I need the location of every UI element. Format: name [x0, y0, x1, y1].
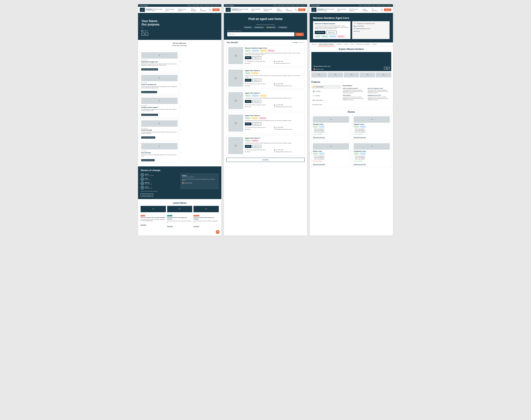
- about-link-3[interactable]: About us: [359, 5, 363, 6]
- care-chip-2[interactable]: Palliative care: [266, 26, 276, 29]
- service-btn-1[interactable]: Explore foster & kinship care: [141, 91, 157, 93]
- room-cost-link-3[interactable]: What are the room costs?: [354, 164, 366, 165]
- gallery-thumb-4[interactable]: 🖼: [376, 72, 391, 77]
- features-sidebar-activities[interactable]: ✓ Activities: [311, 94, 341, 98]
- search-icon-2[interactable]: 🔍: [295, 9, 297, 11]
- nav-retirement-1[interactable]: Retirement & aged care ▾: [152, 9, 164, 11]
- nav-churches-3[interactable]: Our churches ▾: [372, 9, 379, 11]
- care-chip-0[interactable]: Aged care: [243, 26, 252, 29]
- features-sidebar-facilities[interactable]: 🏢 Facilities: [311, 89, 341, 93]
- read-more-0[interactable]: Read article: [141, 224, 146, 225]
- search-icon-1[interactable]: 🔍: [209, 9, 211, 11]
- dot-4[interactable]: [147, 30, 148, 31]
- careers-link-3[interactable]: Careers: [372, 5, 375, 6]
- watch-video-btn-detail[interactable]: ▶ Watch this video: [313, 68, 324, 70]
- hero-arrow-prev[interactable]: ‹: [141, 33, 144, 36]
- detail-nav-residents[interactable]: Hear from our residents: [356, 43, 370, 46]
- explore-btn-0[interactable]: Explore: [245, 56, 251, 59]
- news-link-3[interactable]: News & Media: [364, 5, 371, 6]
- care-chip-3[interactable]: Respite care: [278, 26, 288, 29]
- search-icon-3[interactable]: 🔍: [380, 9, 383, 11]
- careers-link[interactable]: Careers: [200, 5, 204, 6]
- dot-2[interactable]: [143, 30, 144, 31]
- room-cost-link-0[interactable]: What are the room costs?: [313, 137, 325, 138]
- explore-btn-2[interactable]: Explore: [245, 100, 251, 103]
- hero-arrow-next[interactable]: ›: [145, 33, 148, 36]
- load-more-button[interactable]: Load More: [226, 158, 305, 162]
- service-btn-2[interactable]: Explore family & youth services: [141, 114, 158, 116]
- detail-nav-rooms[interactable]: Rooms: [344, 43, 349, 46]
- dot-3[interactable]: [145, 30, 146, 31]
- service-btn-4[interactable]: Explore church services: [141, 159, 155, 161]
- nav-retirement-2[interactable]: Retirement & aged care ▾: [237, 9, 250, 11]
- explore-btn-3[interactable]: Explore: [245, 122, 251, 125]
- service-btn-3[interactable]: Explore housing services: [141, 136, 155, 139]
- read-more-2[interactable]: Read article: [193, 225, 199, 227]
- story-item-0[interactable]: S Susan Aged care resident: [141, 173, 179, 177]
- donate-button-2[interactable]: Donate: [298, 9, 305, 11]
- more-stories-btn[interactable]: Watch more stories: [141, 194, 153, 196]
- donate-link-top-3[interactable]: Donate: [382, 5, 385, 6]
- nav-social-1[interactable]: Social housing ▾: [191, 9, 199, 11]
- nav-family-1[interactable]: Family & youth support ▾: [178, 9, 189, 11]
- detail-nav-explore[interactable]: Explore Marana Gardens: [318, 43, 334, 46]
- nav-retirement-3[interactable]: Retirement & aged care ▾: [323, 9, 336, 11]
- search-input[interactable]: 🔍 4075: [227, 32, 294, 36]
- nav-foster-3[interactable]: Foster & kinship care ▾: [337, 9, 348, 11]
- story-item-1[interactable]: P Priya Foster carer: [141, 178, 179, 181]
- nav-churches-1[interactable]: Our churches ▾: [200, 9, 207, 11]
- features-sidebar-dining[interactable]: 🍽 Dining options: [311, 98, 341, 102]
- chat-button[interactable]: 💬: [216, 230, 220, 234]
- gallery-thumb-3[interactable]: 🖼: [359, 72, 375, 77]
- dot-1[interactable]: [141, 30, 142, 31]
- nav-foster-1[interactable]: Foster & kinship care ▾: [165, 9, 176, 11]
- features-sidebar-types[interactable]: ♥ Types of care: [311, 103, 341, 107]
- donate-button-3[interactable]: Donate: [384, 9, 391, 11]
- story-item-2[interactable]: M Michael Social housing: [141, 182, 179, 185]
- tour-btn-4[interactable]: Book a tour: [252, 145, 261, 148]
- nav-foster-2[interactable]: Foster & kinship care ▾: [251, 9, 262, 11]
- detail-nav-costs[interactable]: Costs: [350, 43, 354, 46]
- volunteer-link[interactable]: Volunteer: [205, 5, 209, 6]
- donate-link-top-2[interactable]: Donate: [296, 5, 299, 6]
- book-tour-button[interactable]: Book a tour: [326, 31, 337, 34]
- care-chip-1[interactable]: Dementia care: [254, 26, 265, 29]
- explore-btn-1[interactable]: Explore: [245, 79, 251, 82]
- contact-link-3[interactable]: Contact Us: [386, 5, 391, 6]
- map-view-btn[interactable]: 🗺 Map View: [298, 42, 305, 43]
- about-link-2[interactable]: About us: [273, 5, 277, 6]
- list-view-btn[interactable]: ≡ List View: [292, 42, 298, 43]
- video-next-btn[interactable]: ›: [387, 67, 390, 69]
- watch-video-btn-1[interactable]: ▶ Watch this video: [182, 182, 217, 184]
- donate-link-top[interactable]: Donate: [210, 5, 214, 6]
- tour-btn-1[interactable]: Book a tour: [252, 79, 261, 82]
- gallery-thumb-1[interactable]: 🖼: [328, 72, 343, 77]
- features-sidebar-key-features[interactable]: 🔑 Key Features: [311, 85, 341, 89]
- service-btn-0[interactable]: Explore retirement & aged care: [141, 68, 158, 71]
- nav-churches-2[interactable]: Our churches ▾: [286, 9, 293, 11]
- tour-btn-2[interactable]: Book a tour: [252, 100, 261, 103]
- detail-nav-features[interactable]: Features: [336, 43, 342, 46]
- enquire-button[interactable]: Enquire Now: [315, 31, 325, 34]
- explore-btn-4[interactable]: Explore: [245, 145, 251, 148]
- video-prev-btn[interactable]: ‹: [384, 67, 387, 69]
- tour-btn-3[interactable]: Book a tour: [252, 122, 261, 125]
- contact-link-2[interactable]: Contact Us: [300, 5, 305, 6]
- search-button[interactable]: Search: [295, 33, 304, 36]
- gallery-thumb-0[interactable]: 🖼: [311, 72, 327, 77]
- careers-link-2[interactable]: Careers: [286, 5, 290, 6]
- gallery-thumb-2[interactable]: 🖼: [344, 72, 359, 77]
- read-more-1[interactable]: Read article: [167, 225, 173, 227]
- story-item-3[interactable]: S Susan Support worker: [141, 186, 179, 189]
- room-cost-link-2[interactable]: What are the room costs?: [313, 164, 325, 165]
- nav-social-3[interactable]: Social housing ▾: [362, 9, 370, 11]
- news-link-2[interactable]: News & Media: [278, 5, 285, 6]
- room-cost-link-1[interactable]: What are the room costs?: [354, 137, 366, 138]
- nav-family-2[interactable]: Family & youth support ▾: [263, 9, 275, 11]
- about-link[interactable]: About us: [187, 5, 192, 6]
- nav-social-2[interactable]: Social housing ▾: [277, 9, 285, 11]
- volunteer-link-2[interactable]: Volunteer: [291, 5, 295, 6]
- tour-btn-0[interactable]: Book a tour: [252, 56, 261, 59]
- donate-button-1[interactable]: Donate: [212, 9, 220, 11]
- detail-nav-enquire[interactable]: Enquire: [372, 43, 377, 46]
